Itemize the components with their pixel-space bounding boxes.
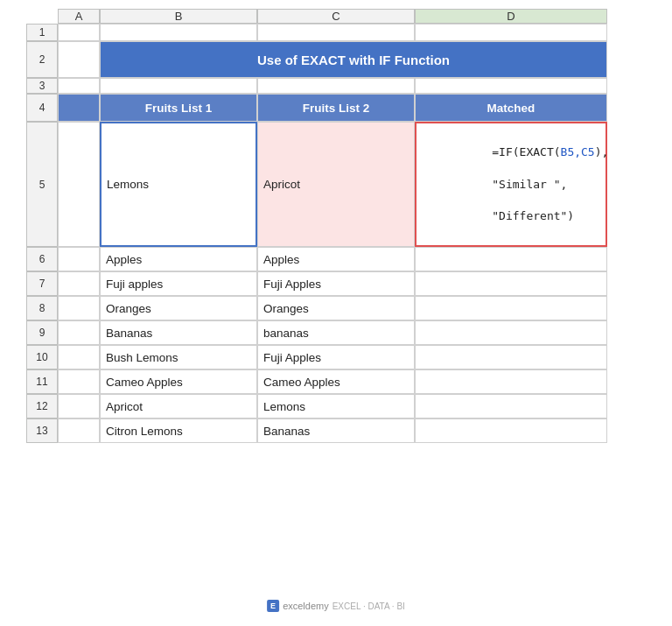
table-row: 11 Cameo Apples Cameo Apples <box>26 369 646 394</box>
watermark-text: exceldemy <box>283 601 329 611</box>
cell-c1[interactable] <box>257 24 415 41</box>
cell-b13[interactable]: Citron Lemons <box>100 419 257 443</box>
col-d-header: Matched <box>415 94 607 122</box>
col-header-d: D <box>415 9 607 24</box>
cell-d3[interactable] <box>415 78 607 94</box>
cell-a9[interactable] <box>58 320 100 345</box>
cell-b3[interactable] <box>100 78 257 94</box>
watermark: E exceldemy EXCEL · DATA · BI <box>267 600 405 612</box>
watermark-subtext: EXCEL · DATA · BI <box>332 601 405 611</box>
cell-c7[interactable]: Fuji Apples <box>257 271 415 296</box>
cell-d9[interactable] <box>415 320 607 345</box>
cell-b8[interactable]: Oranges <box>100 296 257 320</box>
cell-a2[interactable] <box>58 41 100 78</box>
cell-a11[interactable] <box>58 369 100 394</box>
watermark-logo: E <box>267 600 279 612</box>
row-num-9: 9 <box>26 320 58 345</box>
cell-b6[interactable]: Apples <box>100 247 257 271</box>
cell-b11[interactable]: Cameo Apples <box>100 369 257 394</box>
cell-a5[interactable] <box>58 122 100 247</box>
cell-c10[interactable]: Fuji Apples <box>257 345 415 369</box>
cell-c3[interactable] <box>257 78 415 94</box>
cell-a8[interactable] <box>58 296 100 320</box>
cell-a6[interactable] <box>58 247 100 271</box>
row-num-11: 11 <box>26 369 58 394</box>
row-num-4: 4 <box>26 94 58 122</box>
cell-d11[interactable] <box>415 369 607 394</box>
cell-a12[interactable] <box>58 394 100 419</box>
row-num-3: 3 <box>26 78 58 94</box>
cell-b12[interactable]: Apricot <box>100 394 257 419</box>
cell-c8[interactable]: Oranges <box>257 296 415 320</box>
cell-c5[interactable]: Apricot <box>257 122 415 247</box>
row-num-12: 12 <box>26 394 58 419</box>
table-row: 9 Bananas bananas <box>26 320 646 345</box>
title-cell: Use of EXACT with IF Function <box>100 41 607 78</box>
cell-d5-formula[interactable]: =IF(EXACT(B5,C5), "Similar ", "Different… <box>415 122 607 247</box>
table-row: 12 Apricot Lemons <box>26 394 646 419</box>
table-row: 5 Lemons Apricot =IF(EXACT(B5,C5), "Simi… <box>26 122 646 247</box>
cell-d10[interactable] <box>415 345 607 369</box>
cell-b1[interactable] <box>100 24 257 41</box>
row-num-6: 6 <box>26 247 58 271</box>
spreadsheet: A B C D 1 2 Use of EXACT with IF Functio… <box>0 0 672 461</box>
row-num-8: 8 <box>26 296 58 320</box>
col-header-a: A <box>58 9 100 24</box>
cell-b10[interactable]: Bush Lemons <box>100 345 257 369</box>
table-row: 7 Fuji apples Fuji Apples <box>26 271 646 296</box>
cell-b5[interactable]: Lemons <box>100 122 257 247</box>
cell-a3[interactable] <box>58 78 100 94</box>
table-row: 4 Fruits List 1 Fruits List 2 Matched <box>26 94 646 122</box>
cell-c6[interactable]: Apples <box>257 247 415 271</box>
cell-a4[interactable] <box>58 94 100 122</box>
table-row: 3 <box>26 78 646 94</box>
table-row: 2 Use of EXACT with IF Function <box>26 41 646 78</box>
cell-c12[interactable]: Lemons <box>257 394 415 419</box>
cell-b7[interactable]: Fuji apples <box>100 271 257 296</box>
cell-d6[interactable] <box>415 247 607 271</box>
formula-display: =IF(EXACT(B5,C5), "Similar ", "Different… <box>424 129 608 240</box>
row-num-1: 1 <box>26 24 58 41</box>
table-row: 6 Apples Apples <box>26 247 646 271</box>
table-row: 13 Citron Lemons Bananas <box>26 419 646 443</box>
cell-c9[interactable]: bananas <box>257 320 415 345</box>
cell-d7[interactable] <box>415 271 607 296</box>
cell-c11[interactable]: Cameo Apples <box>257 369 415 394</box>
cell-d8[interactable] <box>415 296 607 320</box>
cell-a13[interactable] <box>58 419 100 443</box>
col-b-header: Fruits List 1 <box>100 94 257 122</box>
row-num-13: 13 <box>26 419 58 443</box>
table-row: 8 Oranges Oranges <box>26 296 646 320</box>
col-header-c: C <box>257 9 415 24</box>
cell-c13[interactable]: Bananas <box>257 419 415 443</box>
cell-d13[interactable] <box>415 419 607 443</box>
table-row: 1 <box>26 24 646 41</box>
col-header-b: B <box>100 9 257 24</box>
row-num-7: 7 <box>26 271 58 296</box>
cell-a1[interactable] <box>58 24 100 41</box>
cell-d12[interactable] <box>415 394 607 419</box>
cell-b9[interactable]: Bananas <box>100 320 257 345</box>
row-num-10: 10 <box>26 345 58 369</box>
cell-d1[interactable] <box>415 24 607 41</box>
cell-a7[interactable] <box>58 271 100 296</box>
row-num-5: 5 <box>26 122 58 247</box>
col-c-header: Fruits List 2 <box>257 94 415 122</box>
cell-a10[interactable] <box>58 345 100 369</box>
table-row: 10 Bush Lemons Fuji Apples <box>26 345 646 369</box>
spreadsheet-rows: 1 2 Use of EXACT with IF Function 3 4 Fr… <box>26 24 646 443</box>
row-num-2: 2 <box>26 41 58 78</box>
column-headers: A B C D <box>58 9 646 24</box>
